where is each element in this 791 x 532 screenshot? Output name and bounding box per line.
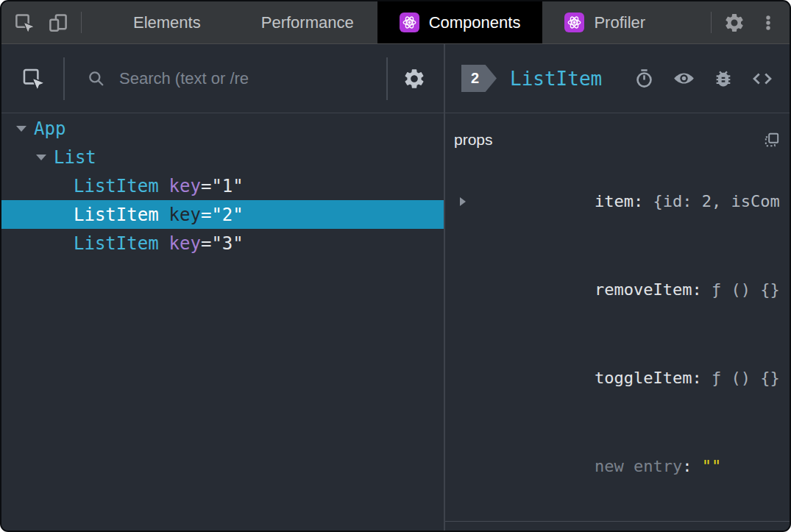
hooks-section: hooks Callback(handleDelete): ƒ () {}	[445, 522, 790, 532]
expand-caret-icon[interactable]	[36, 155, 54, 160]
tab-label: Performance	[261, 13, 354, 32]
react-logo-icon	[564, 13, 584, 32]
settings-gear-icon	[723, 12, 745, 34]
more-options-button[interactable]	[751, 1, 785, 43]
bug-icon	[713, 68, 734, 89]
kebab-menu-icon	[758, 13, 778, 33]
settings-button[interactable]	[717, 1, 751, 43]
new-entry-value[interactable]: ""	[702, 457, 722, 475]
debug-log-button[interactable]	[713, 68, 734, 89]
components-tree-panel: App List ListItemkey="1" ListItemkey="2"…	[1, 44, 445, 531]
search-input[interactable]	[118, 68, 369, 89]
component-name: List	[54, 147, 96, 168]
tree-row-list[interactable]: List	[1, 143, 444, 171]
prop-row-item[interactable]: item: {id: 2, isComplete: t…	[454, 157, 781, 246]
component-inspector-panel: 2 ListItem	[445, 44, 790, 531]
tab-components[interactable]: Components	[377, 1, 543, 43]
key-attribute-value: ="2"	[201, 205, 244, 225]
tab-label: Profiler	[594, 13, 645, 32]
view-settings-button[interactable]	[402, 67, 426, 91]
component-name: App	[34, 118, 65, 139]
expand-caret-icon[interactable]	[16, 126, 34, 132]
inspector-header: 2 ListItem	[445, 44, 790, 113]
props-section-label: props	[454, 131, 493, 149]
code-brackets-icon	[751, 68, 773, 90]
prop-value: ƒ () {}	[712, 369, 780, 387]
props-section: props item: {id: 2, isComplete: t…	[445, 113, 790, 522]
selected-component-title: ListItem	[510, 68, 602, 90]
new-entry-field[interactable]: new entry	[595, 457, 682, 475]
search-icon	[87, 69, 106, 88]
tab-label: Elements	[133, 13, 201, 32]
suspense-toggle-button[interactable]	[634, 68, 655, 89]
key-attribute-name: key	[169, 205, 201, 225]
copy-props-button[interactable]	[763, 131, 781, 149]
badge-count: 2	[471, 70, 479, 87]
devtools-tab-bar: Elements Performance Components	[1, 1, 790, 44]
prop-name: toggleItem	[595, 369, 692, 387]
copy-icon	[763, 131, 781, 149]
toolbar-divider	[81, 12, 82, 33]
prop-row-new-entry[interactable]: new entry: ""	[454, 422, 781, 511]
device-toolbar-button[interactable]	[41, 1, 75, 43]
prop-name: item	[595, 192, 634, 210]
select-element-button[interactable]	[21, 66, 46, 91]
component-name: ListItem	[74, 233, 159, 254]
tab-performance[interactable]: Performance	[239, 1, 376, 43]
prop-row-removeitem[interactable]: removeItem: ƒ () {}	[454, 246, 781, 334]
view-source-button[interactable]	[751, 68, 773, 90]
devtools-window: Elements Performance Components	[0, 0, 791, 532]
tree-row-listitem-2-selected[interactable]: ListItemkey="2"	[1, 200, 444, 229]
component-tree: App List ListItemkey="1" ListItemkey="2"…	[1, 113, 444, 531]
stopwatch-icon	[634, 68, 655, 89]
tree-row-listitem-3[interactable]: ListItemkey="3"	[1, 229, 444, 258]
owner-count-badge: 2	[461, 65, 497, 92]
component-name: ListItem	[74, 205, 159, 225]
key-attribute-value: ="1"	[201, 176, 244, 196]
toolbar-divider	[386, 57, 388, 100]
components-toolbar	[1, 44, 444, 113]
expand-arrow-icon[interactable]	[460, 197, 466, 206]
component-name: ListItem	[74, 176, 159, 196]
prop-name: removeItem	[595, 280, 692, 299]
eye-icon	[673, 67, 695, 90]
inspect-dom-button[interactable]	[673, 67, 695, 90]
key-attribute-value: ="3"	[201, 233, 244, 254]
device-toolbar-icon	[47, 12, 69, 34]
inspect-cursor-icon	[13, 12, 35, 34]
inspect-cursor-icon	[21, 66, 46, 91]
react-logo-icon	[400, 13, 419, 32]
prop-value: ƒ () {}	[712, 280, 780, 299]
prop-row-toggleitem[interactable]: toggleItem: ƒ () {}	[454, 334, 781, 422]
toolbar-divider	[711, 12, 712, 33]
tab-label: Components	[429, 13, 521, 32]
prop-value: {id: 2, isComplete: t…	[653, 192, 781, 210]
tree-row-app[interactable]: App	[1, 114, 444, 143]
inspect-element-button[interactable]	[7, 1, 41, 43]
settings-gear-icon	[402, 67, 426, 91]
tab-profiler[interactable]: Profiler	[542, 1, 667, 43]
key-attribute-name: key	[169, 176, 201, 196]
tab-elements[interactable]: Elements	[111, 1, 223, 43]
key-attribute-name: key	[169, 233, 201, 254]
tree-row-listitem-1[interactable]: ListItemkey="1"	[1, 171, 444, 200]
search-box	[65, 68, 369, 89]
